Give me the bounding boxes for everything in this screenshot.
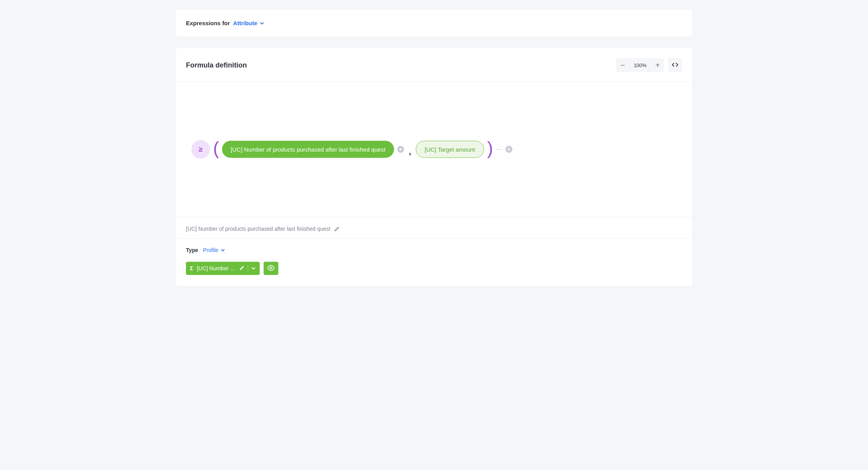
operator-symbol: ≥ [199, 145, 203, 154]
chip-divider [248, 265, 248, 272]
argument-pill-2[interactable]: [UC] Target amount [416, 141, 484, 158]
argument-2-label: [UC] Target amount [425, 146, 475, 153]
type-select-value: Profile [203, 247, 219, 253]
pencil-icon [240, 265, 245, 271]
aggregation-chip-label: [UC] Number … [197, 265, 236, 271]
formula-definition-title: Formula definition [186, 61, 247, 69]
chevron-down-icon [220, 248, 225, 252]
chevron-down-icon [251, 266, 256, 271]
zoom-in-button[interactable]: + [651, 58, 664, 72]
zoom-level: 100% [629, 62, 651, 68]
expressions-for-label: Expressions for [186, 20, 230, 26]
expressions-header-card: Expressions for Attribute [176, 10, 692, 36]
code-view-toggle[interactable] [668, 58, 682, 72]
sigma-icon: Σ [190, 265, 193, 271]
zoom-out-button[interactable]: − [616, 58, 629, 72]
aggregation-chip[interactable]: Σ [UC] Number … [186, 262, 260, 275]
formula-definition-card: Formula definition − 100% + ≥ ( [176, 48, 692, 286]
edit-name-button[interactable] [334, 226, 340, 232]
code-icon [672, 62, 678, 69]
comma-separator: , [409, 147, 411, 157]
eye-icon [267, 264, 275, 273]
argument-1-label: [UC] Number of products purchased after … [231, 146, 385, 153]
connector-line [496, 149, 502, 150]
close-paren: ) [487, 139, 493, 157]
type-select[interactable]: Profile [203, 247, 226, 253]
svg-point-0 [270, 267, 272, 269]
detail-name-text: [UC] Number of products purchased after … [186, 226, 330, 232]
type-row: Type Profile [176, 238, 692, 262]
attribute-select-label: Attribute [233, 20, 257, 26]
chips-row: Σ [UC] Number … [176, 262, 692, 286]
attribute-select[interactable]: Attribute [233, 20, 264, 26]
chevron-down-icon [260, 21, 264, 26]
formula-canvas[interactable]: ≥ ( [UC] Number of products purchased af… [176, 81, 692, 217]
type-label: Type [186, 247, 198, 253]
open-paren: ( [213, 139, 219, 157]
detail-name-row: [UC] Number of products purchased after … [176, 217, 692, 238]
add-after-arg1-button[interactable] [397, 146, 404, 153]
preview-button[interactable] [264, 262, 278, 275]
operator-gte[interactable]: ≥ [191, 140, 210, 159]
zoom-control-group: − 100% + [616, 58, 664, 72]
add-after-expression-button[interactable] [505, 146, 512, 153]
argument-pill-1[interactable]: [UC] Number of products purchased after … [222, 141, 394, 158]
